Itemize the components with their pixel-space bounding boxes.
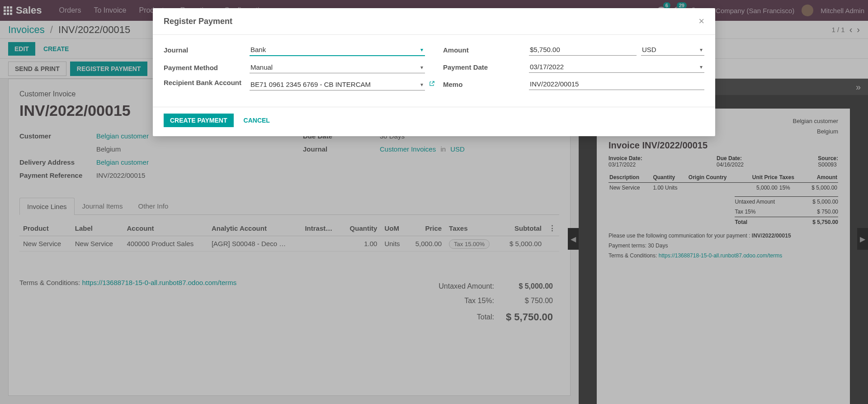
- close-icon[interactable]: ×: [698, 15, 704, 27]
- external-link-icon[interactable]: [429, 81, 435, 87]
- cancel-button[interactable]: CANCEL: [237, 114, 276, 127]
- currency-input[interactable]: [641, 44, 704, 56]
- amount-input[interactable]: [529, 44, 637, 56]
- journal-field-label: Journal: [164, 46, 250, 54]
- payment-method-label: Payment Method: [164, 64, 250, 71]
- recipient-bank-label: Recipient Bank Account: [164, 79, 250, 86]
- amount-label: Amount: [443, 46, 529, 54]
- recipient-bank-input[interactable]: [250, 79, 425, 90]
- create-payment-button[interactable]: CREATE PAYMENT: [164, 114, 234, 127]
- register-payment-modal: Register Payment × Journal ▾ Payment Met…: [153, 8, 715, 136]
- payment-date-label: Payment Date: [443, 63, 529, 71]
- payment-date-input[interactable]: [529, 61, 704, 73]
- journal-input[interactable]: [250, 44, 425, 56]
- modal-title: Register Payment: [164, 17, 232, 26]
- payment-method-input[interactable]: [250, 62, 425, 73]
- memo-input[interactable]: [529, 78, 704, 90]
- memo-label: Memo: [443, 81, 529, 88]
